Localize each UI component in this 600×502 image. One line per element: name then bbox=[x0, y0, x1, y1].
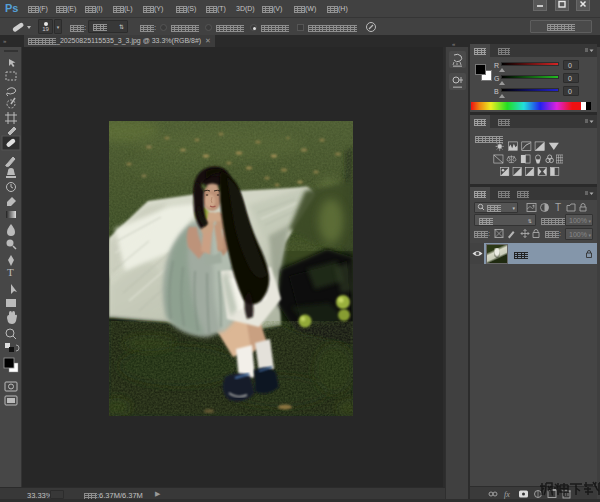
svg-text:fx: fx bbox=[504, 490, 510, 499]
svg-text:T: T bbox=[7, 266, 14, 278]
svg-text:T: T bbox=[555, 202, 561, 213]
